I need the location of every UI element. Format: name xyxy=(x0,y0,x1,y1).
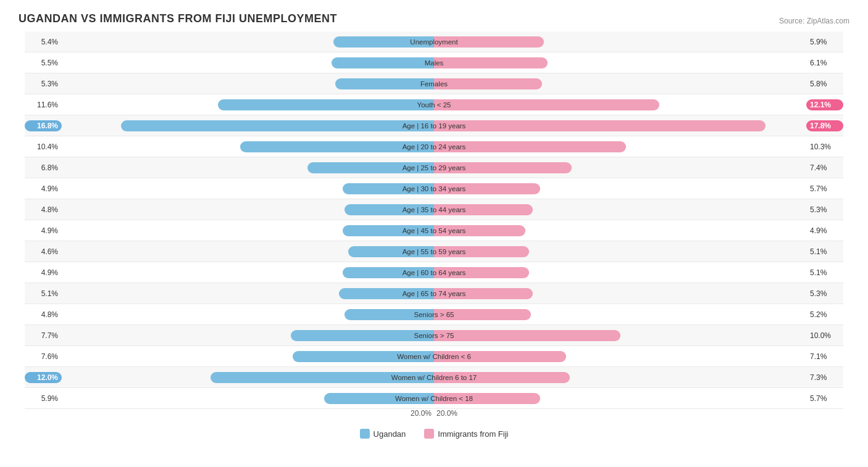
right-value: 5.9% xyxy=(806,38,843,46)
bars-area: Age | 65 to 74 years xyxy=(62,283,806,304)
bars-area: Males xyxy=(62,52,806,73)
bars-area: Age | 55 to 59 years xyxy=(62,241,806,262)
left-value: 5.9% xyxy=(25,394,62,403)
row-label: Women w/ Children < 18 xyxy=(395,395,473,402)
bar-left xyxy=(335,78,434,89)
row-label: Women w/ Children 6 to 17 xyxy=(391,374,477,381)
left-value: 4.9% xyxy=(25,226,62,235)
legend-label-ugandan: Ugandan xyxy=(373,429,406,439)
chart-row: 10.4%Age | 20 to 24 years10.3% xyxy=(25,136,843,157)
row-label: Age | 25 to 29 years xyxy=(403,164,466,172)
chart-row: 16.8%Age | 16 to 19 years17.8% xyxy=(25,115,843,136)
right-value: 6.1% xyxy=(806,59,843,67)
right-value: 5.8% xyxy=(806,80,843,88)
row-label: Age | 60 to 64 years xyxy=(403,269,466,276)
bars-area: Seniors > 75 xyxy=(62,325,806,345)
right-value: 5.1% xyxy=(806,247,843,256)
right-value: 10.0% xyxy=(806,331,843,340)
legend-label-fiji: Immigrants from Fiji xyxy=(438,429,508,439)
chart-row: 7.7%Seniors > 7510.0% xyxy=(25,325,843,346)
bars-area: Age | 60 to 64 years xyxy=(62,262,806,283)
row-label: Women w/ Children < 6 xyxy=(397,353,471,360)
right-value: 5.7% xyxy=(806,184,843,193)
row-label: Age | 35 to 44 years xyxy=(403,206,466,213)
left-value: 5.1% xyxy=(25,289,62,298)
bar-right xyxy=(434,78,542,89)
row-label: Seniors > 75 xyxy=(414,332,454,339)
left-value: 7.6% xyxy=(25,352,62,361)
left-value: 5.5% xyxy=(25,59,62,67)
right-value: 5.3% xyxy=(806,289,843,298)
row-label: Age | 55 to 59 years xyxy=(403,248,466,255)
chart-row: 4.8%Seniors > 655.2% xyxy=(25,304,843,325)
bar-left xyxy=(121,120,434,131)
bar-right xyxy=(434,57,548,68)
axis-row: 20.0%20.0% xyxy=(25,409,843,424)
bars-area: Women w/ Children < 18 xyxy=(62,388,806,408)
bars-area: Females xyxy=(62,73,806,94)
left-value: 4.8% xyxy=(25,310,62,319)
row-label: Males xyxy=(425,59,444,67)
left-value: 5.3% xyxy=(25,80,62,88)
bar-left xyxy=(332,57,434,68)
chart-row: 5.9%Women w/ Children < 185.7% xyxy=(25,388,843,409)
row-label: Youth < 25 xyxy=(417,101,451,109)
chart-row: 4.9%Age | 45 to 54 years4.9% xyxy=(25,220,843,241)
chart-row: 5.3%Females5.8% xyxy=(25,73,843,94)
chart-row: 4.9%Age | 30 to 34 years5.7% xyxy=(25,178,843,199)
right-value: 7.3% xyxy=(806,373,843,382)
chart-row: 7.6%Women w/ Children < 67.1% xyxy=(25,346,843,367)
bars-area: Age | 45 to 54 years xyxy=(62,220,806,241)
bars-area: Women w/ Children < 6 xyxy=(62,346,806,366)
row-label: Age | 20 to 24 years xyxy=(403,143,466,151)
bar-left xyxy=(291,330,434,341)
right-value: 12.1% xyxy=(806,99,843,110)
right-value: 7.1% xyxy=(806,352,843,361)
chart-row: 5.1%Age | 65 to 74 years5.3% xyxy=(25,283,843,304)
left-value: 16.8% xyxy=(25,120,62,131)
bars-area: Women w/ Children 6 to 17 xyxy=(62,367,806,387)
bars-area: Age | 16 to 19 years xyxy=(62,115,806,136)
left-value: 7.7% xyxy=(25,331,62,340)
left-value: 6.8% xyxy=(25,163,62,172)
axis-label-left: 20.0% xyxy=(411,409,434,418)
bars-area: Age | 25 to 29 years xyxy=(62,157,806,178)
chart-row: 4.9%Age | 60 to 64 years5.1% xyxy=(25,262,843,283)
bar-right xyxy=(434,120,766,131)
bar-left xyxy=(218,99,434,110)
left-value: 4.9% xyxy=(25,268,62,277)
legend-box-fiji xyxy=(424,429,434,439)
bars-area: Age | 30 to 34 years xyxy=(62,178,806,199)
legend-item-fiji: Immigrants from Fiji xyxy=(424,429,508,439)
left-value: 10.4% xyxy=(25,143,62,151)
bars-area: Youth < 25 xyxy=(62,94,806,115)
right-value: 5.7% xyxy=(806,394,843,403)
right-value: 5.1% xyxy=(806,268,843,277)
chart-row: 12.0%Women w/ Children 6 to 177.3% xyxy=(25,367,843,388)
left-value: 4.6% xyxy=(25,247,62,256)
left-value: 5.4% xyxy=(25,38,62,46)
right-value: 10.3% xyxy=(806,143,843,151)
bar-right xyxy=(434,99,659,110)
legend-box-ugandan xyxy=(360,429,370,439)
row-label: Seniors > 65 xyxy=(414,311,454,318)
bars-area: Age | 35 to 44 years xyxy=(62,199,806,220)
right-value: 4.9% xyxy=(806,226,843,235)
right-value: 5.3% xyxy=(806,205,843,214)
chart-container: 5.4%Unemployment5.9%5.5%Males6.1%5.3%Fem… xyxy=(19,31,849,424)
left-value: 11.6% xyxy=(25,101,62,109)
chart-row: 11.6%Youth < 2512.1% xyxy=(25,94,843,115)
chart-row: 4.8%Age | 35 to 44 years5.3% xyxy=(25,199,843,220)
row-label: Age | 16 to 19 years xyxy=(403,122,466,130)
legend: Ugandan Immigrants from Fiji xyxy=(19,429,849,439)
right-value: 17.8% xyxy=(806,120,843,131)
row-label: Age | 65 to 74 years xyxy=(403,290,466,297)
chart-row: 5.4%Unemployment5.9% xyxy=(25,31,843,52)
row-label: Age | 30 to 34 years xyxy=(403,185,466,192)
right-value: 5.2% xyxy=(806,310,843,319)
bars-area: Seniors > 65 xyxy=(62,304,806,324)
row-label: Unemployment xyxy=(410,38,457,46)
left-value: 12.0% xyxy=(25,372,62,383)
chart-row: 6.8%Age | 25 to 29 years7.4% xyxy=(25,157,843,178)
left-value: 4.9% xyxy=(25,184,62,193)
